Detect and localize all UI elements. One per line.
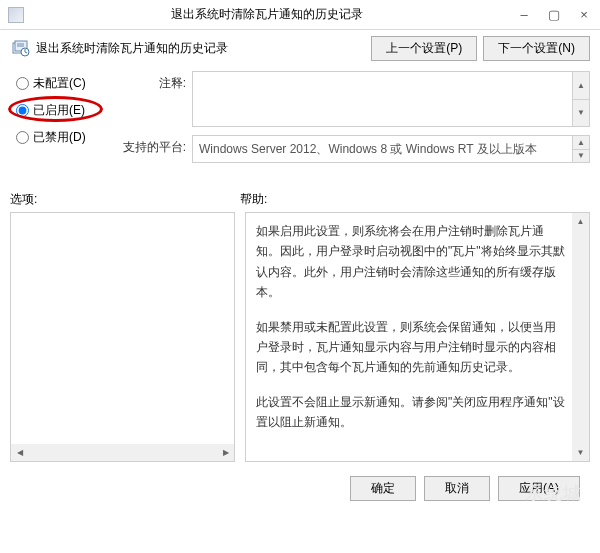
- options-pane: ◀ ▶: [10, 212, 235, 462]
- header-label: 退出系统时清除瓦片通知的历史记录: [36, 40, 365, 57]
- options-label: 选项:: [10, 191, 240, 208]
- options-h-scrollbar[interactable]: ◀ ▶: [11, 444, 234, 461]
- help-paragraph-1: 如果启用此设置，则系统将会在用户注销时删除瓦片通知。因此，用户登录时启动视图中的…: [256, 221, 567, 303]
- chevron-down-icon[interactable]: ▼: [572, 444, 589, 461]
- radio-enabled-input[interactable]: [16, 104, 29, 117]
- radio-not-configured[interactable]: 未配置(C): [10, 75, 118, 92]
- comment-row: 注释: ▲ ▼: [122, 71, 590, 127]
- radio-not-configured-input[interactable]: [16, 77, 29, 90]
- next-setting-button[interactable]: 下一个设置(N): [483, 36, 590, 61]
- radio-enabled[interactable]: 已启用(E): [10, 102, 118, 119]
- help-v-scrollbar[interactable]: ▲ ▼: [572, 213, 589, 461]
- help-paragraph-3: 此设置不会阻止显示新通知。请参阅"关闭应用程序通知"设置以阻止新通知。: [256, 392, 567, 433]
- previous-setting-button[interactable]: 上一个设置(P): [371, 36, 477, 61]
- header-row: 退出系统时清除瓦片通知的历史记录 上一个设置(P) 下一个设置(N): [10, 36, 590, 61]
- policy-icon: [12, 40, 30, 58]
- chevron-right-icon[interactable]: ▶: [217, 444, 234, 461]
- window-buttons: – ▢ ×: [509, 0, 599, 29]
- panes: ◀ ▶ 如果启用此设置，则系统将会在用户注销时删除瓦片通知。因此，用户登录时启动…: [10, 212, 590, 462]
- title-bar: 退出系统时清除瓦片通知的历史记录 – ▢ ×: [0, 0, 600, 30]
- ok-button[interactable]: 确定: [350, 476, 416, 501]
- window-title: 退出系统时清除瓦片通知的历史记录: [24, 6, 509, 23]
- platform-box: Windows Server 2012、Windows 8 或 Windows …: [192, 135, 590, 163]
- footer: 确定 取消 应用(A): [10, 462, 590, 501]
- radio-not-configured-label: 未配置(C): [33, 75, 86, 92]
- chevron-up-icon[interactable]: ▲: [572, 213, 589, 230]
- section-labels: 选项: 帮助:: [10, 191, 590, 208]
- apply-button[interactable]: 应用(A): [498, 476, 580, 501]
- platform-spinner: ▲ ▼: [572, 136, 589, 162]
- help-paragraph-2: 如果禁用或未配置此设置，则系统会保留通知，以便当用户登录时，瓦片通知显示内容与用…: [256, 317, 567, 378]
- close-button[interactable]: ×: [569, 0, 599, 29]
- chevron-left-icon[interactable]: ◀: [11, 444, 28, 461]
- scroll-track[interactable]: [572, 230, 589, 444]
- window-icon: [8, 7, 24, 23]
- comment-spinner: ▲ ▼: [572, 72, 589, 126]
- chevron-up-icon[interactable]: ▲: [572, 72, 589, 99]
- radio-disabled[interactable]: 已禁用(D): [10, 129, 118, 146]
- scroll-track[interactable]: [28, 444, 217, 461]
- chevron-up-icon[interactable]: ▲: [572, 136, 589, 149]
- platform-value: Windows Server 2012、Windows 8 或 Windows …: [199, 142, 537, 156]
- platform-label: 支持的平台:: [122, 135, 192, 163]
- chevron-down-icon[interactable]: ▼: [572, 149, 589, 163]
- radio-group: 未配置(C) 已启用(E) 已禁用(D): [10, 71, 118, 171]
- chevron-down-icon[interactable]: ▼: [572, 99, 589, 127]
- radio-enabled-label: 已启用(E): [33, 102, 85, 119]
- comment-label: 注释:: [122, 71, 192, 127]
- cancel-button[interactable]: 取消: [424, 476, 490, 501]
- maximize-button[interactable]: ▢: [539, 0, 569, 29]
- minimize-button[interactable]: –: [509, 0, 539, 29]
- radio-disabled-input[interactable]: [16, 131, 29, 144]
- radio-disabled-label: 已禁用(D): [33, 129, 86, 146]
- help-label: 帮助:: [240, 191, 267, 208]
- fields-area: 注释: ▲ ▼ 支持的平台: Windows Server 2012、Windo…: [122, 71, 590, 171]
- content-area: 退出系统时清除瓦片通知的历史记录 上一个设置(P) 下一个设置(N) 未配置(C…: [0, 30, 600, 511]
- help-pane: 如果启用此设置，则系统将会在用户注销时删除瓦片通知。因此，用户登录时启动视图中的…: [245, 212, 590, 462]
- comment-input[interactable]: ▲ ▼: [192, 71, 590, 127]
- platform-row: 支持的平台: Windows Server 2012、Windows 8 或 W…: [122, 135, 590, 163]
- config-area: 未配置(C) 已启用(E) 已禁用(D) 注释: ▲ ▼: [10, 71, 590, 171]
